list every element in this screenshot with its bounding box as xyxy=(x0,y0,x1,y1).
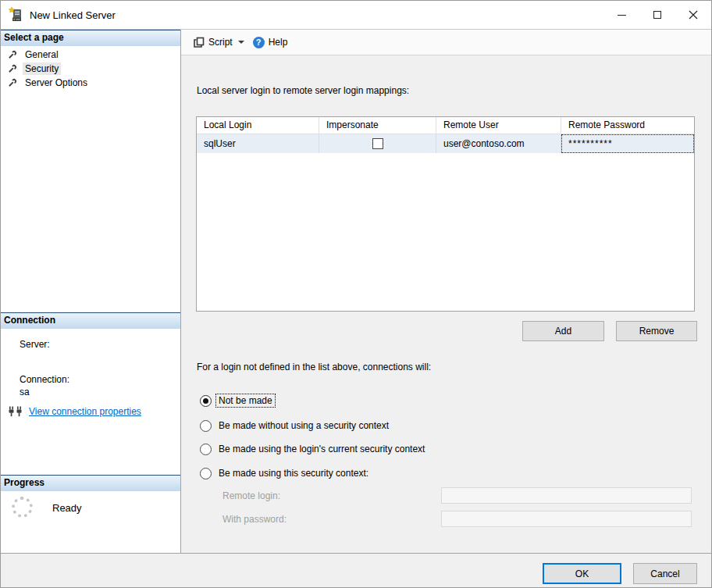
select-a-page-header: Select a page xyxy=(1,30,180,46)
remove-button[interactable]: Remove xyxy=(616,321,697,341)
sidebar-item-label: General xyxy=(23,48,61,61)
new-linked-server-dialog: New Linked Server Select a page General xyxy=(0,0,712,588)
help-button[interactable]: ? Help xyxy=(250,34,291,51)
connection-label: Connection: xyxy=(20,374,69,385)
script-icon xyxy=(193,37,205,48)
column-header-local-login[interactable]: Local Login xyxy=(197,117,319,134)
connection-value: sa xyxy=(20,387,30,397)
progress-status: Ready xyxy=(52,502,82,514)
wrench-icon xyxy=(7,50,17,60)
sidebar: Select a page General Security Server Op… xyxy=(1,30,181,553)
column-header-impersonate[interactable]: Impersonate xyxy=(319,117,436,134)
remote-login-label: Remote login: xyxy=(222,490,280,501)
table-row: sqlUser user@contoso.com ********** xyxy=(197,134,694,153)
login-mappings-table: Local Login Impersonate Remote User Remo… xyxy=(196,116,695,312)
help-label: Help xyxy=(269,37,288,48)
security-page-content: Local server login to remote server logi… xyxy=(181,55,711,553)
remote-user-cell[interactable]: user@contoso.com xyxy=(436,134,561,153)
impersonate-checkbox[interactable] xyxy=(372,138,383,149)
radio-icon xyxy=(200,395,212,407)
sidebar-item-label: Server Options xyxy=(23,77,90,89)
radio-icon xyxy=(200,444,212,455)
wrench-icon xyxy=(7,64,17,74)
remote-password-cell[interactable]: ********** xyxy=(561,134,694,153)
sidebar-item-security[interactable]: Security xyxy=(1,62,180,76)
toolbar: Script ? Help xyxy=(181,30,711,55)
server-label: Server: xyxy=(20,339,50,350)
radio-label: Be made using this security context: xyxy=(216,467,371,479)
radio-label: Be made without using a security context xyxy=(216,419,391,432)
maximize-icon xyxy=(653,11,661,19)
new-linked-server-icon xyxy=(8,7,23,23)
progress-spinner-icon xyxy=(12,497,33,518)
wrench-icon xyxy=(7,78,17,88)
window-title: New Linked Server xyxy=(30,9,116,21)
radio-option-1[interactable]: Be made without using a security context xyxy=(200,419,391,433)
minimize-button[interactable] xyxy=(603,1,639,29)
radio-icon xyxy=(200,468,212,479)
fallback-connections-label: For a login not defined in the list abov… xyxy=(197,362,431,372)
close-button[interactable] xyxy=(675,1,711,29)
with-password-label: With password: xyxy=(222,514,287,525)
script-label: Script xyxy=(208,37,233,48)
column-header-remote-password[interactable]: Remote Password xyxy=(561,117,694,134)
radio-option-0[interactable]: Not be made xyxy=(200,394,275,408)
impersonate-cell xyxy=(319,134,436,153)
script-dropdown-icon[interactable] xyxy=(238,41,244,44)
radio-label: Be made using the login's current securi… xyxy=(216,443,427,455)
view-connection-properties-link[interactable]: View connection properties xyxy=(29,406,141,417)
sidebar-item-label: Security xyxy=(23,62,61,75)
maximize-button[interactable] xyxy=(639,1,675,29)
script-button[interactable]: Script xyxy=(190,34,236,51)
radio-option-2[interactable]: Be made using the login's current securi… xyxy=(200,442,427,456)
cancel-button[interactable]: Cancel xyxy=(633,563,697,584)
progress-header: Progress xyxy=(1,475,180,491)
close-icon xyxy=(689,10,698,20)
view-connection-properties[interactable]: View connection properties xyxy=(9,406,141,417)
remote-login-input xyxy=(441,487,692,504)
sidebar-item-server-options[interactable]: Server Options xyxy=(1,76,180,90)
right-pane: Script ? Help Local server login to remo… xyxy=(181,30,711,553)
connection-header: Connection xyxy=(1,312,180,329)
minimize-icon xyxy=(618,15,626,16)
radio-label: Not be made xyxy=(216,394,275,407)
radio-option-3[interactable]: Be made using this security context: xyxy=(200,466,371,480)
titlebar: New Linked Server xyxy=(1,1,711,30)
footer: OK Cancel xyxy=(1,553,711,588)
window-controls xyxy=(603,1,711,29)
page-list: General Security Server Options xyxy=(1,48,180,90)
connection-properties-icon xyxy=(9,406,23,417)
sidebar-item-general[interactable]: General xyxy=(1,48,180,62)
column-header-remote-user[interactable]: Remote User xyxy=(436,117,561,134)
mappings-label: Local server login to remote server logi… xyxy=(197,85,409,96)
radio-icon xyxy=(200,420,212,432)
local-login-cell[interactable]: sqlUser xyxy=(197,134,319,153)
ok-button[interactable]: OK xyxy=(543,563,621,584)
help-icon: ? xyxy=(253,37,265,48)
table-header-row: Local Login Impersonate Remote User Remo… xyxy=(197,117,694,134)
with-password-input xyxy=(441,511,692,527)
add-button[interactable]: Add xyxy=(522,321,604,341)
